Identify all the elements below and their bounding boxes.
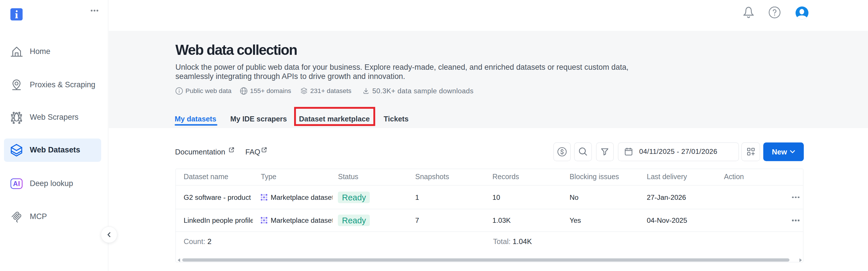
svg-text:AI: AI	[13, 180, 20, 187]
